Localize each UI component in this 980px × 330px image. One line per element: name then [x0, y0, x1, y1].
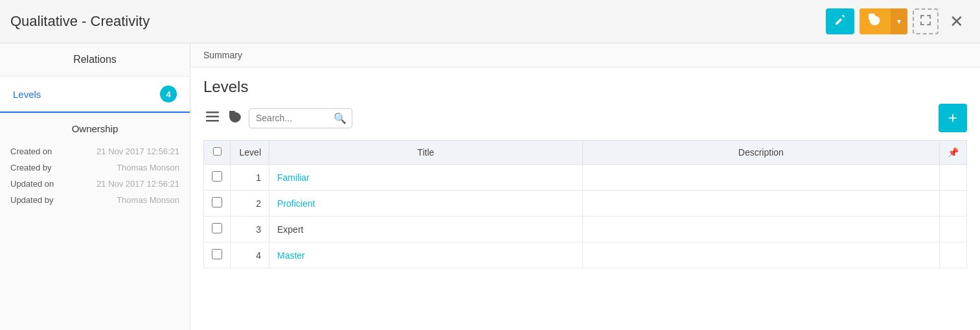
levels-toolbar: 🔍 + — [203, 104, 967, 132]
row-title: Expert — [269, 217, 583, 242]
action-main-button[interactable] — [860, 8, 891, 34]
row-level: 4 — [231, 242, 269, 268]
row-description — [582, 217, 939, 242]
svg-rect-10 — [206, 120, 219, 122]
toolbar-left: 🔍 — [203, 108, 352, 128]
action-dropdown-button[interactable]: ▾ — [891, 8, 907, 34]
row-checkbox[interactable] — [212, 171, 222, 182]
chevron-down-icon: ▾ — [897, 17, 901, 26]
refresh-table-button[interactable] — [227, 108, 244, 128]
meta-value: 21 Nov 2017 12:56:21 — [97, 147, 179, 156]
th-pin: 📌 — [940, 141, 967, 165]
th-level: Level — [231, 141, 269, 165]
svg-rect-1 — [920, 15, 922, 19]
expand-icon — [919, 14, 932, 29]
row-pin-cell — [940, 217, 967, 242]
levels-table: Level Title Description 📌 1 Familiar — [203, 140, 967, 268]
search-button[interactable]: 🔍 — [334, 112, 347, 124]
row-description — [582, 165, 939, 191]
meta-label: Created on — [10, 147, 52, 156]
edit-button[interactable] — [826, 8, 854, 34]
levels-toolbar-wrapper: Levels — [203, 78, 967, 104]
ownership-heading: Ownership — [0, 113, 190, 139]
levels-badge: 4 — [160, 86, 177, 102]
edit-icon — [834, 14, 847, 30]
row-title[interactable]: Familiar — [269, 165, 583, 191]
row-description — [582, 191, 939, 217]
svg-rect-8 — [206, 112, 219, 113]
table-body: 1 Familiar 2 Proficient 3 Expert 4 — [204, 165, 967, 268]
row-pin-cell — [940, 165, 967, 191]
th-checkbox — [204, 141, 231, 165]
close-icon: ✕ — [950, 12, 964, 32]
relations-heading: Relations — [0, 43, 190, 77]
levels-title: Levels — [203, 78, 248, 96]
svg-rect-5 — [920, 21, 922, 25]
pin-header-icon: 📌 — [948, 147, 959, 158]
meta-row: Created on 21 Nov 2017 12:56:21 — [10, 143, 179, 159]
page-title: Qualitative - Creativity — [10, 13, 150, 30]
th-description: Description — [582, 141, 939, 165]
th-title: Title — [269, 141, 583, 165]
row-description — [582, 242, 939, 268]
meta-label: Created by — [10, 163, 52, 172]
close-button[interactable]: ✕ — [944, 8, 970, 34]
summary-bar: Summary — [190, 43, 980, 67]
meta-row: Updated on 21 Nov 2017 12:56:21 — [10, 176, 179, 192]
table-row: 4 Master — [204, 242, 967, 268]
row-level: 2 — [231, 191, 269, 217]
search-box: 🔍 — [249, 108, 352, 128]
meta-row: Created by Thomas Monson — [10, 159, 179, 176]
meta-row: Updated by Thomas Monson — [10, 192, 179, 208]
menu-button[interactable] — [203, 109, 222, 128]
main-content: Relations Levels 4 Ownership Created on … — [0, 43, 980, 330]
menu-icon — [206, 112, 219, 125]
add-level-button[interactable]: + — [939, 104, 967, 132]
row-title[interactable]: Proficient — [269, 191, 583, 217]
row-checkbox-cell[interactable] — [204, 242, 231, 268]
sidebar-item-label: Levels — [13, 89, 41, 100]
refresh-icon — [869, 14, 882, 30]
table-header-row: Level Title Description 📌 — [204, 141, 967, 165]
expand-button[interactable] — [913, 8, 939, 34]
refresh-table-icon — [229, 111, 241, 126]
right-panel: Summary Levels — [190, 43, 980, 330]
table-container: Level Title Description 📌 1 Familiar — [203, 140, 967, 268]
app-window: Qualitative - Creativity — [0, 0, 980, 330]
row-pin-cell — [940, 242, 967, 268]
header-actions: ▾ ✕ — [826, 8, 970, 34]
row-checkbox[interactable] — [212, 197, 222, 207]
meta-value: Thomas Monson — [117, 163, 179, 172]
meta-label: Updated on — [10, 179, 54, 189]
levels-section: Levels — [190, 67, 980, 330]
add-icon: + — [948, 109, 957, 127]
svg-rect-9 — [206, 115, 219, 117]
table-row: 2 Proficient — [204, 191, 967, 217]
sidebar-meta: Created on 21 Nov 2017 12:56:21 Created … — [0, 139, 190, 212]
row-checkbox[interactable] — [212, 249, 222, 259]
sidebar-item-levels[interactable]: Levels 4 — [0, 77, 190, 113]
row-level: 3 — [231, 217, 269, 242]
row-title[interactable]: Master — [269, 242, 583, 268]
select-all-checkbox[interactable] — [213, 147, 222, 156]
meta-value: Thomas Monson — [117, 195, 179, 205]
row-checkbox-cell[interactable] — [204, 217, 231, 242]
search-icon: 🔍 — [334, 113, 347, 124]
search-input[interactable] — [256, 113, 334, 123]
table-row: 3 Expert — [204, 217, 967, 242]
svg-rect-3 — [929, 15, 931, 19]
meta-label: Updated by — [10, 195, 54, 205]
meta-value: 21 Nov 2017 12:56:21 — [97, 179, 179, 189]
header: Qualitative - Creativity — [0, 0, 980, 43]
row-level: 1 — [231, 165, 269, 191]
action-button-group: ▾ — [860, 8, 907, 34]
svg-rect-7 — [929, 21, 931, 25]
row-checkbox[interactable] — [212, 223, 222, 233]
sidebar: Relations Levels 4 Ownership Created on … — [0, 43, 190, 330]
row-checkbox-cell[interactable] — [204, 165, 231, 191]
row-pin-cell — [940, 191, 967, 217]
row-checkbox-cell[interactable] — [204, 191, 231, 217]
table-row: 1 Familiar — [204, 165, 967, 191]
